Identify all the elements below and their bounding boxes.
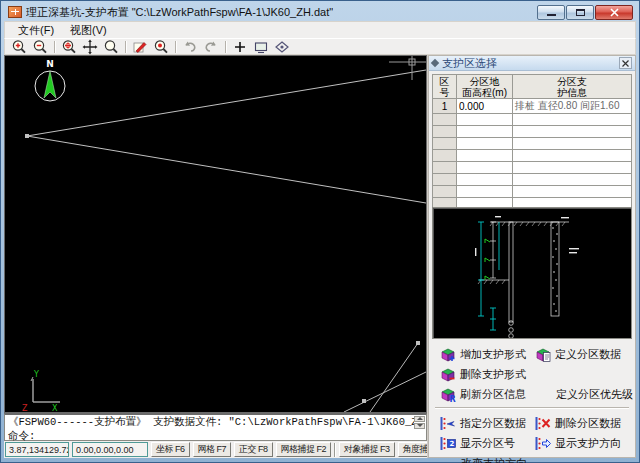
zone-no-cell: 1 [433,99,457,114]
table-row-empty[interactable] [433,138,632,150]
crosshair-cursor [389,56,426,80]
svg-text:N: N [46,59,54,69]
screen-button[interactable] [251,39,271,54]
toggle-ortho-f8[interactable]: 正交 F8 [234,442,273,457]
screen-icon [253,39,269,55]
svg-text:R: R [450,394,456,402]
pile-assign-icon [439,416,456,431]
add-button[interactable] [230,39,250,54]
show-zone-number-button[interactable]: 2 显示分区号 [439,436,534,451]
table-row-empty[interactable] [433,150,632,162]
toggle-grid-f7[interactable]: 网格 F7 [193,442,232,457]
define-zone-data-button[interactable]: 定义分区数据 [534,347,629,362]
redraw-button[interactable] [130,39,150,54]
app-window: 理正深基坑-支护布置 "C:\LzWorkPathFspw\FA-1\JK60_… [0,0,640,463]
zone-info-cell: 排桩 直径0.80 间距1.60 [513,99,632,114]
command-area: 《FSPW60------支护布置》 支护数据文件: "C:\LzWorkPat… [4,413,427,441]
named-view-icon [153,39,169,55]
toggle-object-snap-f3[interactable]: 对象捕捉 F3 [339,442,395,457]
zoom-in-icon [11,39,27,55]
maximize-button[interactable] [566,5,594,20]
command-history: 《FSPW60------支护布置》 支护数据文件: "C:\LzWorkPat… [5,415,414,429]
col-header-info: 分区支 护信息 [513,75,632,99]
panel-title-bar: 支护区选择 [429,56,635,71]
zoom-realtime-icon [103,39,119,55]
absolute-coordinates: 3.87,134129.72,0.00 [5,442,69,457]
add-support-button[interactable]: 增加支护形式 [439,347,534,362]
cube-refresh-icon: R [439,387,456,402]
cube-minus-icon [439,367,456,382]
drawing-canvas[interactable]: N [4,55,427,413]
undo-button[interactable] [180,39,200,54]
svg-text:Z: Z [22,404,28,412]
menu-view[interactable]: 视图(V) [63,22,114,39]
zone-table-wrap: 区号 分区地 面高程(m) 分区支 护信息 1 0.000 排桩 直径0.80 … [429,71,635,207]
toggle-coords-f6[interactable]: 坐标 F6 [151,442,190,457]
table-row-empty[interactable] [433,114,632,126]
redo-button[interactable] [201,39,221,54]
vertex-marker [25,134,29,138]
window-title: 理正深基坑-支护布置 "C:\LzWorkPathFspw\FA-1\JK60_… [26,5,333,20]
minimize-button[interactable] [537,5,565,20]
table-row-empty[interactable] [433,162,632,174]
zone-table: 区号 分区地 面高程(m) 分区支 护信息 1 0.000 排桩 直径0.80 … [432,74,632,210]
zoom-window-icon [61,39,77,55]
refresh-zone-info-button[interactable]: R 刷新分区信息 [439,387,534,402]
col-header-elevation: 分区地 面高程(m) [457,75,513,99]
zoom-out-icon [32,39,48,55]
svg-text:Y: Y [33,370,39,379]
display-button[interactable] [272,39,292,54]
zoom-in-button[interactable] [9,39,29,54]
zoom-window-button[interactable] [59,39,79,54]
menu-file[interactable]: 文件(F) [11,22,61,39]
maximize-icon [576,9,585,16]
pan-icon [82,39,98,55]
ucs-icon: Y X Z [22,370,60,412]
zoom-out-button[interactable] [30,39,50,54]
status-bar: 3.87,134129.72,0.00 0.00,0.00,0.00 坐标 F6… [4,441,427,458]
zoom-realtime-button[interactable] [101,39,121,54]
delete-support-button[interactable]: 删除支护形式 [439,367,534,382]
panel-close-icon [622,60,629,67]
show-support-direction-button[interactable]: 显示支护方向 [534,436,629,451]
svg-text:X: X [52,404,58,412]
table-row-empty[interactable] [433,186,632,198]
change-support-direction-button[interactable]: 改变支护方向 [439,456,534,463]
section-preview [432,207,632,339]
toolbar [4,38,636,55]
app-icon [8,6,22,18]
command-input[interactable] [38,430,426,442]
scroll-down-button[interactable] [414,423,425,429]
scroll-up-button[interactable] [414,416,425,422]
relative-coordinates: 0.00,0.00,0.00 [72,442,148,457]
toggle-angle-snap-f4[interactable]: 角度捕捉 F4 [398,442,427,457]
toggle-grid-snap-f2[interactable]: 网格捕捉 F2 [276,442,332,457]
pile-direction-icon [534,436,551,451]
redraw-icon [132,39,148,55]
define-zone-priority-button[interactable]: 定义分区优先级 [534,387,629,402]
add-icon [232,39,248,55]
delete-zone-data-button[interactable]: 删除分区数据 [534,416,629,431]
svg-text:2: 2 [450,440,455,448]
menu-bar: 文件(F) 视图(V) [4,21,636,38]
pile-delete-icon [534,416,551,431]
table-row-empty[interactable] [433,126,632,138]
cube-doc-icon [534,347,551,362]
plan-lines-bottom-right [344,343,426,412]
pan-button[interactable] [80,39,100,54]
support-zone-panel: 支护区选择 区号 分区地 面高程(m) 分区支 护信息 1 [428,55,636,458]
assign-zone-data-button[interactable]: 指定分区数据 [439,416,534,431]
undo-icon [182,39,198,55]
minimize-icon [547,14,556,16]
close-button[interactable] [595,5,633,20]
table-row[interactable]: 1 0.000 排桩 直径0.80 间距1.60 [433,99,632,114]
named-view-button[interactable] [151,39,171,54]
plan-outline [27,70,426,203]
cube-plus-icon [439,347,456,362]
panel-title: 支护区选择 [442,56,497,71]
close-icon [610,8,619,17]
pile-number-icon: 2 [439,436,456,451]
panel-close-button[interactable] [619,57,632,69]
col-header-zone-no: 区号 [433,75,457,99]
table-row-empty[interactable] [433,174,632,186]
